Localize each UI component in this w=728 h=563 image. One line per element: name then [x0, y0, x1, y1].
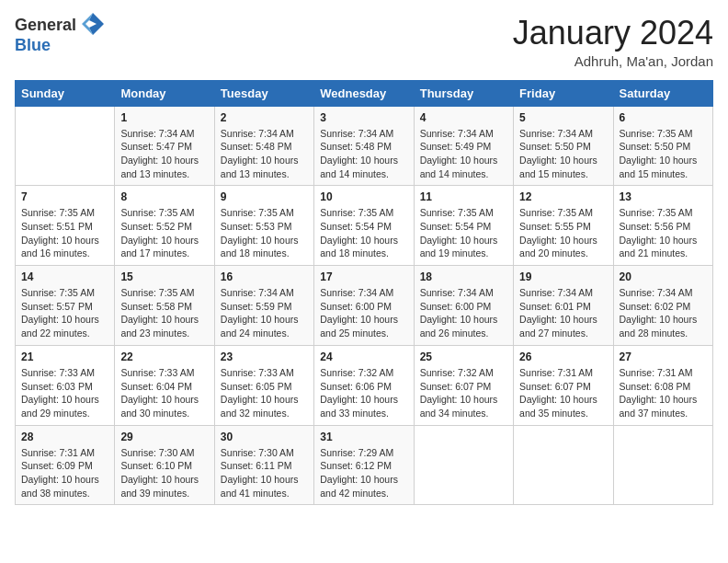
calendar-table: SundayMondayTuesdayWednesdayThursdayFrid… [15, 80, 713, 506]
day-detail: Sunrise: 7:31 AMSunset: 6:08 PMDaylight:… [620, 366, 707, 420]
calendar-cell: 1Sunrise: 7:34 AMSunset: 5:47 PMDaylight… [115, 106, 214, 186]
calendar-cell: 16Sunrise: 7:34 AMSunset: 5:59 PMDayligh… [214, 266, 313, 346]
calendar-header-row: SundayMondayTuesdayWednesdayThursdayFrid… [16, 80, 713, 106]
day-detail: Sunrise: 7:34 AMSunset: 5:48 PMDaylight:… [320, 127, 407, 181]
day-number: 15 [120, 270, 208, 283]
calendar-cell: 17Sunrise: 7:34 AMSunset: 6:00 PMDayligh… [314, 266, 414, 346]
day-number: 31 [320, 431, 407, 443]
calendar-week-row: 28Sunrise: 7:31 AMSunset: 6:09 PMDayligh… [16, 425, 713, 505]
day-detail: Sunrise: 7:34 AMSunset: 5:50 PMDaylight:… [519, 127, 607, 181]
calendar-day-header: Saturday [613, 80, 712, 106]
day-detail: Sunrise: 7:35 AMSunset: 5:52 PMDaylight:… [120, 206, 208, 260]
day-detail: Sunrise: 7:34 AMSunset: 5:49 PMDaylight:… [420, 127, 507, 181]
day-number: 1 [120, 111, 208, 124]
calendar-day-header: Sunday [16, 80, 115, 106]
calendar-cell: 25Sunrise: 7:32 AMSunset: 6:07 PMDayligh… [414, 345, 513, 425]
day-number: 7 [21, 190, 108, 203]
calendar-week-row: 7Sunrise: 7:35 AMSunset: 5:51 PMDaylight… [16, 186, 713, 266]
logo: General Blue [15, 15, 106, 55]
calendar-day-header: Thursday [414, 80, 513, 106]
svg-marker-1 [82, 13, 93, 35]
calendar-cell: 6Sunrise: 7:35 AMSunset: 5:50 PMDaylight… [613, 106, 712, 186]
day-number: 5 [519, 111, 607, 124]
day-number: 10 [320, 190, 407, 203]
day-detail: Sunrise: 7:35 AMSunset: 5:56 PMDaylight:… [620, 206, 707, 260]
calendar-cell: 13Sunrise: 7:35 AMSunset: 5:56 PMDayligh… [613, 186, 712, 266]
calendar-cell: 23Sunrise: 7:33 AMSunset: 6:05 PMDayligh… [214, 345, 313, 425]
day-detail: Sunrise: 7:33 AMSunset: 6:05 PMDaylight:… [221, 366, 308, 420]
day-detail: Sunrise: 7:29 AMSunset: 6:12 PMDaylight:… [320, 446, 407, 500]
calendar-cell: 9Sunrise: 7:35 AMSunset: 5:53 PMDaylight… [214, 186, 313, 266]
day-number: 2 [221, 111, 308, 124]
day-detail: Sunrise: 7:35 AMSunset: 5:54 PMDaylight:… [320, 206, 407, 260]
day-number: 26 [519, 350, 607, 363]
calendar-cell: 14Sunrise: 7:35 AMSunset: 5:57 PMDayligh… [16, 266, 115, 346]
day-number: 21 [21, 350, 108, 363]
calendar-cell: 5Sunrise: 7:34 AMSunset: 5:50 PMDaylight… [514, 106, 613, 186]
calendar-day-header: Friday [514, 80, 613, 106]
calendar-cell: 30Sunrise: 7:30 AMSunset: 6:11 PMDayligh… [214, 425, 313, 505]
page-header: General Blue January 2024 Adhruh, Ma'an,… [15, 15, 713, 69]
day-detail: Sunrise: 7:35 AMSunset: 5:51 PMDaylight:… [21, 206, 108, 260]
day-detail: Sunrise: 7:31 AMSunset: 6:07 PMDaylight:… [519, 366, 607, 420]
day-detail: Sunrise: 7:33 AMSunset: 6:04 PMDaylight:… [120, 366, 208, 420]
day-number: 27 [620, 350, 707, 363]
calendar-cell: 2Sunrise: 7:34 AMSunset: 5:48 PMDaylight… [214, 106, 313, 186]
day-detail: Sunrise: 7:33 AMSunset: 6:03 PMDaylight:… [21, 366, 108, 420]
location-subtitle: Adhruh, Ma'an, Jordan [513, 53, 713, 69]
day-number: 6 [620, 111, 707, 124]
calendar-cell: 4Sunrise: 7:34 AMSunset: 5:49 PMDaylight… [414, 106, 513, 186]
calendar-cell: 8Sunrise: 7:35 AMSunset: 5:52 PMDaylight… [115, 186, 214, 266]
day-number: 13 [620, 190, 707, 203]
day-number: 28 [21, 431, 108, 443]
day-number: 18 [420, 270, 507, 283]
calendar-day-header: Tuesday [214, 80, 313, 106]
calendar-cell: 18Sunrise: 7:34 AMSunset: 6:00 PMDayligh… [414, 266, 513, 346]
title-section: January 2024 Adhruh, Ma'an, Jordan [513, 15, 713, 69]
svg-marker-0 [89, 13, 104, 35]
day-detail: Sunrise: 7:34 AMSunset: 6:02 PMDaylight:… [620, 286, 707, 340]
day-number: 3 [320, 111, 407, 124]
day-number: 9 [221, 190, 308, 203]
calendar-week-row: 1Sunrise: 7:34 AMSunset: 5:47 PMDaylight… [16, 106, 713, 186]
day-detail: Sunrise: 7:34 AMSunset: 6:00 PMDaylight:… [420, 286, 507, 340]
calendar-cell: 15Sunrise: 7:35 AMSunset: 5:58 PMDayligh… [115, 266, 214, 346]
day-detail: Sunrise: 7:34 AMSunset: 6:00 PMDaylight:… [320, 286, 407, 340]
day-detail: Sunrise: 7:34 AMSunset: 5:59 PMDaylight:… [221, 286, 308, 340]
calendar-cell: 22Sunrise: 7:33 AMSunset: 6:04 PMDayligh… [115, 345, 214, 425]
day-detail: Sunrise: 7:34 AMSunset: 5:47 PMDaylight:… [120, 127, 208, 181]
day-detail: Sunrise: 7:35 AMSunset: 5:50 PMDaylight:… [620, 127, 707, 181]
day-detail: Sunrise: 7:34 AMSunset: 6:01 PMDaylight:… [519, 286, 607, 340]
calendar-week-row: 14Sunrise: 7:35 AMSunset: 5:57 PMDayligh… [16, 266, 713, 346]
day-number: 20 [620, 270, 707, 283]
day-number: 25 [420, 350, 507, 363]
logo-general: General [15, 17, 76, 35]
day-detail: Sunrise: 7:30 AMSunset: 6:10 PMDaylight:… [120, 446, 208, 500]
calendar-cell: 10Sunrise: 7:35 AMSunset: 5:54 PMDayligh… [314, 186, 414, 266]
calendar-cell [414, 425, 513, 505]
day-number: 11 [420, 190, 507, 203]
calendar-cell: 28Sunrise: 7:31 AMSunset: 6:09 PMDayligh… [16, 425, 115, 505]
day-detail: Sunrise: 7:31 AMSunset: 6:09 PMDaylight:… [21, 446, 108, 500]
calendar-day-header: Monday [115, 80, 214, 106]
calendar-cell [16, 106, 115, 186]
calendar-cell: 7Sunrise: 7:35 AMSunset: 5:51 PMDaylight… [16, 186, 115, 266]
day-number: 23 [221, 350, 308, 363]
month-year-title: January 2024 [513, 15, 713, 52]
day-number: 22 [120, 350, 208, 363]
calendar-cell: 12Sunrise: 7:35 AMSunset: 5:55 PMDayligh… [514, 186, 613, 266]
day-number: 29 [120, 431, 208, 443]
day-detail: Sunrise: 7:35 AMSunset: 5:57 PMDaylight:… [21, 286, 108, 340]
calendar-cell: 31Sunrise: 7:29 AMSunset: 6:12 PMDayligh… [314, 425, 414, 505]
day-number: 14 [21, 270, 108, 283]
calendar-day-header: Wednesday [314, 80, 414, 106]
calendar-cell: 11Sunrise: 7:35 AMSunset: 5:54 PMDayligh… [414, 186, 513, 266]
day-number: 16 [221, 270, 308, 283]
day-number: 19 [519, 270, 607, 283]
day-number: 30 [221, 431, 308, 443]
day-detail: Sunrise: 7:32 AMSunset: 6:06 PMDaylight:… [320, 366, 407, 420]
calendar-cell: 29Sunrise: 7:30 AMSunset: 6:10 PMDayligh… [115, 425, 214, 505]
calendar-cell: 21Sunrise: 7:33 AMSunset: 6:03 PMDayligh… [16, 345, 115, 425]
day-detail: Sunrise: 7:35 AMSunset: 5:55 PMDaylight:… [519, 206, 607, 260]
calendar-cell: 24Sunrise: 7:32 AMSunset: 6:06 PMDayligh… [314, 345, 414, 425]
